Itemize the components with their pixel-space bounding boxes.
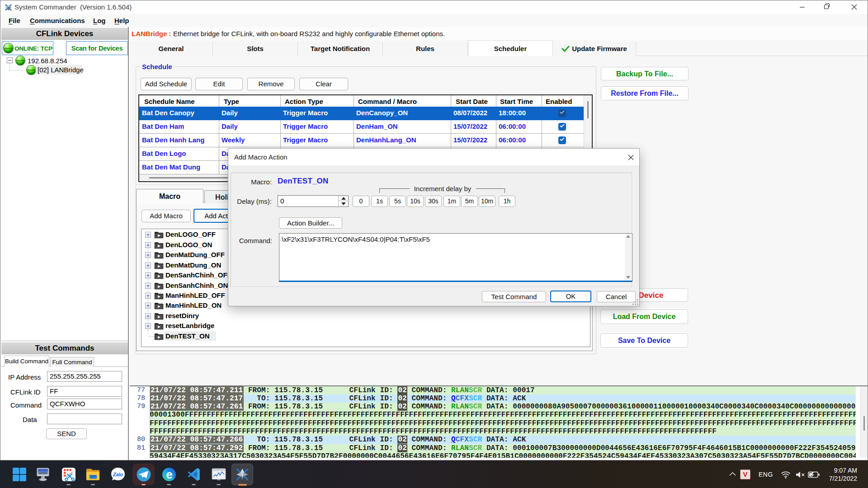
svg-text:Zalo: Zalo xyxy=(113,472,123,477)
svg-text:e: e xyxy=(166,468,172,481)
